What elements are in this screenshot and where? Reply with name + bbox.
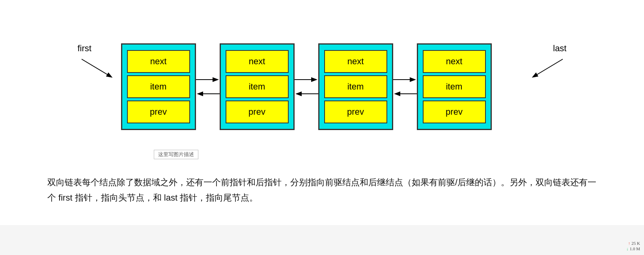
nodes-row: next item prev — [121, 43, 492, 130]
diagram-inner: first next item prev — [66, 20, 579, 146]
connector-2-3 — [295, 75, 318, 98]
arrow-first — [78, 55, 113, 79]
label-first: first — [78, 43, 91, 54]
node-2-next: next — [226, 50, 289, 73]
backward-arrow-3 — [393, 89, 417, 98]
diagram-area: first next item prev — [0, 12, 644, 154]
node-3-prev: prev — [324, 101, 387, 123]
text-content: 双向链表每个结点除了数据域之外，还有一个前指针和后指针，分别指向前驱结点和后继结… — [0, 163, 644, 213]
download-icon: ↓ — [626, 246, 629, 251]
node-3-next: next — [324, 50, 387, 73]
node-4-next: next — [423, 50, 486, 73]
status-bar: ↑ 25 K ↓ 1.0 M — [626, 241, 640, 251]
upload-value: 25 K — [631, 241, 640, 246]
svg-line-0 — [82, 59, 111, 77]
download-value: 1.0 M — [630, 246, 640, 251]
arrow-last — [531, 55, 567, 79]
node-2-prev: prev — [226, 101, 289, 123]
description-paragraph: 双向链表每个结点除了数据域之外，还有一个前指针和后指针，分别指向前驱结点和后继结… — [47, 175, 597, 205]
node-4: next item prev — [417, 43, 492, 130]
node-4-prev: prev — [423, 101, 486, 123]
upload-icon: ↑ — [628, 241, 631, 246]
svg-line-7 — [533, 59, 563, 77]
connector-3-4 — [393, 75, 417, 98]
download-status: ↓ 1.0 M — [626, 246, 640, 251]
forward-arrow-1 — [196, 75, 220, 84]
node-2-item: item — [226, 75, 289, 98]
node-1-next: next — [127, 50, 190, 73]
backward-arrow-2 — [295, 89, 318, 98]
label-last: last — [553, 43, 566, 54]
node-3-item: item — [324, 75, 387, 98]
node-1-item: item — [127, 75, 190, 98]
node-3: next item prev — [318, 43, 393, 130]
forward-arrow-2 — [295, 75, 318, 84]
main-container: first next item prev — [0, 0, 644, 225]
upload-status: ↑ 25 K — [628, 241, 640, 246]
node-4-item: item — [423, 75, 486, 98]
backward-arrow-1 — [196, 89, 220, 98]
node-1: next item prev — [121, 43, 196, 130]
connector-1-2 — [196, 75, 220, 98]
node-2: next item prev — [220, 43, 295, 130]
forward-arrow-3 — [393, 75, 417, 84]
node-1-prev: prev — [127, 101, 190, 123]
